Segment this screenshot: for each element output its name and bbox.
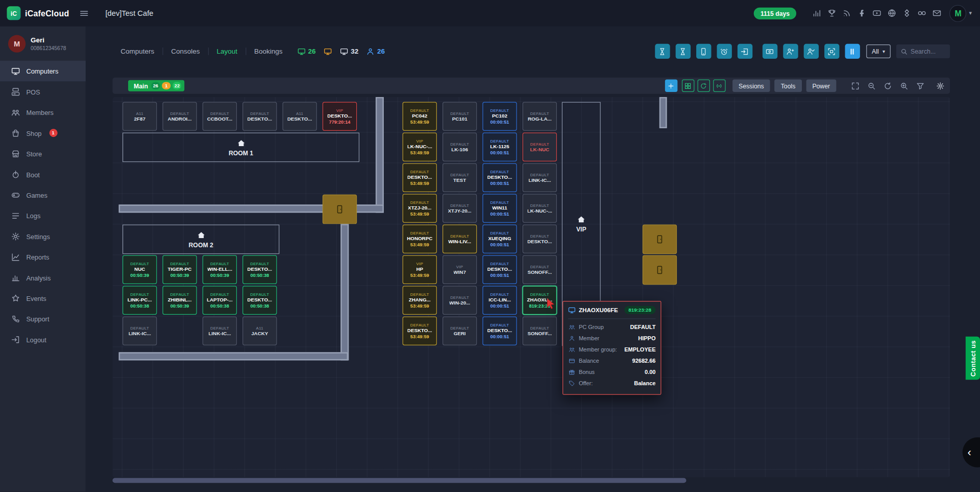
broadcast-button[interactable] <box>713 80 725 92</box>
pc-card-link-ic[interactable]: DEFAULTLINK-IC... <box>523 163 557 192</box>
sidebar-item-logs[interactable]: Logs <box>0 205 86 226</box>
scan-qr-button[interactable] <box>824 44 839 59</box>
pc-card-laptop[interactable]: DEFAULTLAPTOP-...00:50:38 <box>203 286 237 315</box>
tab-layout[interactable]: Layout <box>209 48 247 55</box>
pc-card-lk-1125[interactable]: DEFAULTLK-112500:00:51 <box>482 133 517 161</box>
pc-filter-select[interactable]: All ▾ <box>866 44 891 58</box>
refresh-layout-button[interactable] <box>697 80 709 92</box>
sidebar-item-reports[interactable]: Reports <box>0 246 86 267</box>
sidebar-item-games[interactable]: Games <box>0 184 86 205</box>
pc-card-deskto[interactable]: DEFAULTDESKTO...00:00:51 <box>482 255 517 284</box>
sidebar-item-settings[interactable]: Settings <box>0 226 86 246</box>
facebook-link[interactable] <box>858 9 867 17</box>
contact-us-tab[interactable]: Contact us <box>966 337 980 380</box>
pc-card-sonoff[interactable]: DEFAULTSONOFF... <box>523 255 557 284</box>
horizontal-scrollbar[interactable] <box>112 478 686 483</box>
pc-card-lk-nuc[interactable]: VIPLK-NUC-...53:49:59 <box>403 133 437 161</box>
cash-register-button[interactable] <box>763 44 777 59</box>
search-input[interactable] <box>911 48 947 55</box>
add-zone-button[interactable] <box>665 80 677 92</box>
sidebar-item-analysis[interactable]: Analysis <box>0 267 86 288</box>
tab-consoles[interactable]: Consoles <box>163 48 208 55</box>
fullscreen-button[interactable] <box>851 82 860 90</box>
tab-bookings[interactable]: Bookings <box>246 48 290 55</box>
time-offers-button[interactable] <box>717 44 731 59</box>
sidebar-item-events[interactable]: Events <box>0 288 86 308</box>
logo[interactable]: iC iCafeCloud <box>0 6 69 20</box>
pc-card-geri[interactable]: DEFAULTGERI <box>443 317 477 345</box>
pc-card-jacky[interactable]: A11JACKY <box>242 317 277 345</box>
pc-card-win-liv[interactable]: DEFAULTWIN-LIV... <box>443 225 477 253</box>
goggles-link[interactable] <box>918 9 926 17</box>
pc-card-link-ic[interactable]: DEFAULTLINK-IC... <box>203 317 237 345</box>
sidebar-item-support[interactable]: Support <box>0 309 86 329</box>
pc-card-pc042[interactable]: DEFAULTPC04253:49:59 <box>403 102 437 131</box>
pause-all-button[interactable] <box>845 44 860 59</box>
pc-card-sonoff[interactable]: DEFAULTSONOFF... <box>523 317 557 345</box>
pc-card-link-ic[interactable]: DEFAULTLINK-IC... <box>122 317 157 345</box>
pc-card-nuc[interactable]: DEFAULTNUC00:50:39 <box>122 255 157 284</box>
pc-card-deskto[interactable]: DEFAULTDESKTO...00:50:38 <box>242 255 277 284</box>
grid-view-button[interactable] <box>682 80 694 92</box>
pc-card-lk-nuc[interactable]: DEFAULTLK-NUC <box>523 133 557 161</box>
sessions-button[interactable]: Sessions <box>732 80 770 92</box>
layout-settings-button[interactable] <box>936 82 944 90</box>
pc-card-zhang[interactable]: DEFAULTZHANG...53:49:59 <box>403 286 437 315</box>
subscription-days-badge[interactable]: 1115 days <box>753 7 796 19</box>
pc-card-pc101[interactable]: DEFAULTPC101 <box>443 102 477 131</box>
pix-link[interactable] <box>903 9 912 17</box>
user-avatar[interactable]: M <box>950 5 967 21</box>
pc-card-win-ell[interactable]: DEFAULTWIN-ELL...00:50:39 <box>203 255 237 284</box>
pc-card-deskto[interactable]: DEFAULTDESKTO...00:00:51 <box>482 163 517 192</box>
pc-card-2f87[interactable]: A112F87 <box>122 102 157 131</box>
pc-card-honorpc[interactable]: DEFAULTHONORPC53:49:59 <box>403 225 437 253</box>
sidebar-item-computers[interactable]: Computers <box>0 61 86 81</box>
pc-card-link-pc[interactable]: DEFAULTLINK-PC...00:50:38 <box>122 286 157 315</box>
pc-card-xtjy-20[interactable]: DEFAULTXTJY-20... <box>443 194 477 223</box>
zoom-in-button[interactable] <box>900 82 908 90</box>
pc-card-win7[interactable]: VIPWIN7 <box>443 255 477 284</box>
pc-card-pc102[interactable]: DEFAULTPC10200:00:51 <box>482 102 517 131</box>
checkout-button[interactable] <box>738 44 752 59</box>
waiting-sessions-button[interactable] <box>676 44 691 59</box>
pc-card-deskto[interactable]: DEFAULTDESKTO... <box>523 225 557 253</box>
tools-button[interactable]: Tools <box>774 80 801 92</box>
pc-card-androi[interactable]: DEFAULTANDROI... <box>162 102 197 131</box>
pc-card-deskto[interactable]: DEFAULTDESKTO...53:49:59 <box>403 163 437 192</box>
add-member-button[interactable] <box>783 44 798 59</box>
globe-link[interactable] <box>888 9 896 17</box>
waiting-members-button[interactable] <box>655 44 670 59</box>
tab-computers[interactable]: Computers <box>112 48 163 55</box>
pc-card-win-20[interactable]: DEFAULTWIN-20... <box>443 286 477 315</box>
zone-main-button[interactable]: Main 26122 <box>128 80 185 91</box>
sidebar-item-logout[interactable]: Logout <box>0 329 86 349</box>
pc-card-win11[interactable]: DEFAULTWIN1100:00:51 <box>482 194 517 223</box>
trophy-link[interactable] <box>828 9 837 17</box>
pc-card-deskto[interactable]: DEFAULTDESKTO... <box>242 102 277 131</box>
chart-link[interactable] <box>813 9 821 17</box>
pc-card-deskto[interactable]: DEFAULTDESKTO...53:49:59 <box>403 317 437 345</box>
rss-link[interactable] <box>843 9 851 17</box>
pc-card-rog-la[interactable]: DEFAULTROG-LA... <box>523 102 557 131</box>
sidebar-toggle-icon[interactable] <box>79 9 88 18</box>
pc-card-deskto[interactable]: DEFAULTDESKTO...00:50:38 <box>242 286 277 315</box>
pc-card-hp[interactable]: VIPHP53:49:59 <box>403 255 437 284</box>
pc-card-tiger-pc[interactable]: DEFAULTTIGER-PC00:50:39 <box>162 255 197 284</box>
reset-view-button[interactable] <box>884 82 892 90</box>
filter-button[interactable] <box>916 82 924 90</box>
sidebar-item-members[interactable]: Members <box>0 102 86 123</box>
pc-card-deskto[interactable]: VIPDESKTO...779:20:14 <box>323 102 357 131</box>
mail-link[interactable] <box>933 9 942 17</box>
pc-card-xueqing[interactable]: DEFAULTXUEQING00:00:51 <box>482 225 517 253</box>
pc-card-icc-lin[interactable]: DEFAULTICC-LIN...00:00:51 <box>482 286 517 315</box>
chevron-down-icon[interactable]: ▾ <box>969 10 972 16</box>
pc-card-deskto[interactable]: A11DESKTO... <box>282 102 316 131</box>
chat-fab-button[interactable]: ‹ <box>963 437 980 467</box>
sidebar-item-store[interactable]: Store <box>0 143 86 163</box>
sidebar-item-shop[interactable]: Shop1 <box>0 123 86 143</box>
verify-member-button[interactable] <box>804 44 819 59</box>
sidebar-item-boot[interactable]: Boot <box>0 164 86 184</box>
pc-card-lk-nuc[interactable]: DEFAULTLK-NUC-... <box>523 194 557 223</box>
pc-card-deskto[interactable]: DEFAULTDESKTO...00:00:51 <box>482 317 517 345</box>
youtube-link[interactable] <box>873 9 881 17</box>
